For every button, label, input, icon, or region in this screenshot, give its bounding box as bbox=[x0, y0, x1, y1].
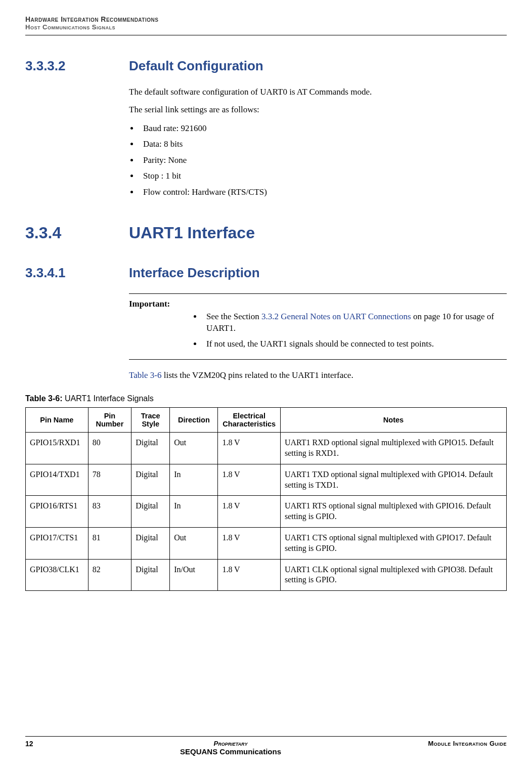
table-cell: UART1 CTS optional signal multiplexed wi… bbox=[281, 527, 507, 559]
table-cell: UART1 CLK optional signal multiplexed wi… bbox=[281, 559, 507, 591]
table-cell: 81 bbox=[88, 527, 131, 559]
table-cell: Digital bbox=[131, 433, 170, 464]
list-item: Parity: None bbox=[139, 154, 507, 167]
footer-center: Proprietary SEQUANS Communications bbox=[33, 740, 428, 756]
section-number: 3.3.3.2 bbox=[25, 58, 129, 74]
list-item: Stop : 1 bit bbox=[139, 169, 507, 183]
footer-guide-name: Module Integration Guide bbox=[428, 740, 507, 756]
important-list: See the Section 3.3.2 General Notes on U… bbox=[202, 311, 507, 350]
list-item: Baud rate: 921600 bbox=[139, 122, 507, 135]
table-row: GPIO17/CTS181DigitalOut1.8 VUART1 CTS op… bbox=[26, 527, 507, 559]
table-cell: GPIO14/TXD1 bbox=[26, 464, 88, 496]
section-heading-3-3-3-2: 3.3.3.2 Default Configuration bbox=[25, 58, 507, 74]
table-cell: GPIO16/RTS1 bbox=[26, 496, 88, 528]
header-title-1: Hardware Integration Recommendations bbox=[25, 15, 507, 23]
table-cell: UART1 TXD optional signal multiplexed wi… bbox=[281, 464, 507, 496]
table-header: Direction bbox=[170, 408, 218, 433]
table-cell: GPIO38/CLK1 bbox=[26, 559, 88, 591]
table-cell: Digital bbox=[131, 464, 170, 496]
cross-reference-link[interactable]: 3.3.2 General Notes on UART Connections bbox=[261, 312, 411, 321]
important-note: Important: See the Section 3.3.2 General… bbox=[129, 293, 507, 360]
page-number: 12 bbox=[25, 740, 33, 756]
table-cell: Digital bbox=[131, 496, 170, 528]
list-item: If not used, the UART1 signals should be… bbox=[202, 338, 507, 350]
table-cell: 1.8 V bbox=[218, 433, 281, 464]
settings-list: Baud rate: 921600 Data: 8 bits Parity: N… bbox=[139, 122, 507, 199]
table-cell: GPIO15/RXD1 bbox=[26, 433, 88, 464]
table-cell: 1.8 V bbox=[218, 559, 281, 591]
table-cell: UART1 RTS optional signal multiplexed wi… bbox=[281, 496, 507, 528]
paragraph: The serial link settings are as follows: bbox=[129, 104, 507, 116]
paragraph: The default software configuration of UA… bbox=[129, 87, 507, 98]
section-number: 3.3.4 bbox=[25, 224, 129, 242]
table-cell: Out bbox=[170, 527, 218, 559]
table-cell: 82 bbox=[88, 559, 131, 591]
header-title-2: Host Communications Signals bbox=[25, 23, 507, 31]
table-row: GPIO15/RXD180DigitalOut1.8 VUART1 RXD op… bbox=[26, 433, 507, 464]
table-cell: In bbox=[170, 496, 218, 528]
table-cell: 1.8 V bbox=[218, 464, 281, 496]
table-row: GPIO38/CLK182DigitalIn/Out1.8 VUART1 CLK… bbox=[26, 559, 507, 591]
list-item: Flow control: Hardware (RTS/CTS) bbox=[139, 186, 507, 199]
paragraph: Table 3-6 lists the VZM20Q pins related … bbox=[129, 370, 507, 381]
table-cell: Digital bbox=[131, 527, 170, 559]
list-item: Data: 8 bits bbox=[139, 138, 507, 151]
table-header: Electrical Characteristics bbox=[218, 408, 281, 433]
table-caption: Table 3-6: UART1 Interface Signals bbox=[25, 394, 507, 403]
table-header-row: Pin Name Pin Number Trace Style Directio… bbox=[26, 408, 507, 433]
table-cell: 78 bbox=[88, 464, 131, 496]
section-title: Default Configuration bbox=[129, 58, 263, 74]
table-header: Notes bbox=[281, 408, 507, 433]
table-cell: In bbox=[170, 464, 218, 496]
page-footer: 12 Proprietary SEQUANS Communications Mo… bbox=[25, 736, 507, 756]
table-header: Pin Name bbox=[26, 408, 88, 433]
page-header: Hardware Integration Recommendations Hos… bbox=[25, 0, 507, 35]
table-cell: Digital bbox=[131, 559, 170, 591]
table-cell: 80 bbox=[88, 433, 131, 464]
table-cell: UART1 RXD optional signal multiplexed wi… bbox=[281, 433, 507, 464]
table-header: Trace Style bbox=[131, 408, 170, 433]
uart1-signals-table: Pin Name Pin Number Trace Style Directio… bbox=[25, 407, 507, 591]
table-reference-link[interactable]: Table 3-6 bbox=[129, 370, 161, 380]
section-title: UART1 Interface bbox=[129, 224, 255, 242]
table-row: GPIO14/TXD178DigitalIn1.8 VUART1 TXD opt… bbox=[26, 464, 507, 496]
table-cell: Out bbox=[170, 433, 218, 464]
important-label: Important: bbox=[129, 299, 507, 309]
table-row: GPIO16/RTS183DigitalIn1.8 VUART1 RTS opt… bbox=[26, 496, 507, 528]
list-item: See the Section 3.3.2 General Notes on U… bbox=[202, 311, 507, 334]
table-header: Pin Number bbox=[88, 408, 131, 433]
table-cell: 1.8 V bbox=[218, 527, 281, 559]
table-cell: GPIO17/CTS1 bbox=[26, 527, 88, 559]
table-cell: In/Out bbox=[170, 559, 218, 591]
table-cell: 83 bbox=[88, 496, 131, 528]
table-cell: 1.8 V bbox=[218, 496, 281, 528]
section-number: 3.3.4.1 bbox=[25, 265, 129, 281]
section-heading-3-3-4-1: 3.3.4.1 Interface Description bbox=[25, 265, 507, 281]
section-title: Interface Description bbox=[129, 265, 260, 281]
section-heading-3-3-4: 3.3.4 UART1 Interface bbox=[25, 224, 507, 242]
